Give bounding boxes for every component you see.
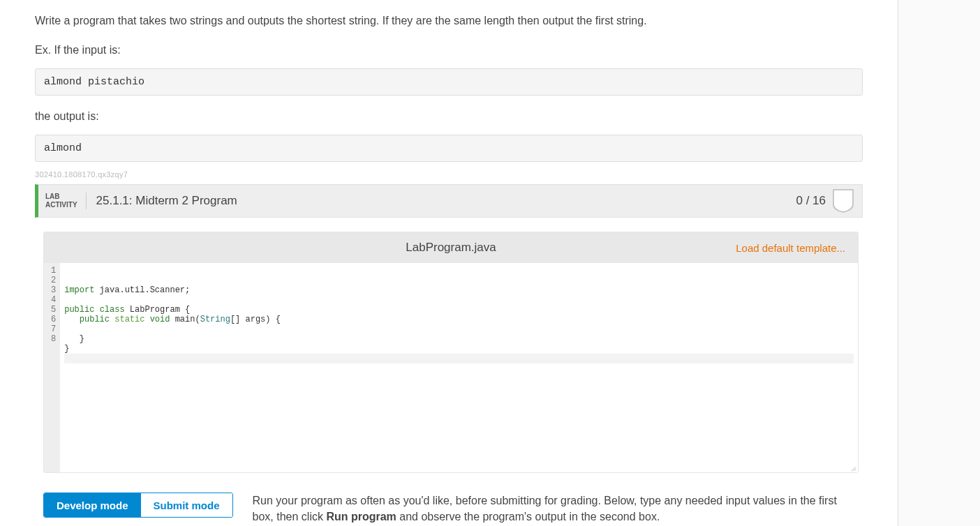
- problem-description: Write a program that takes two strings a…: [35, 13, 863, 29]
- mode-toggle: Develop mode Submit mode: [43, 493, 233, 518]
- example-output-box: almond: [35, 135, 863, 162]
- line-gutter: 12345678: [44, 263, 60, 472]
- develop-mode-button[interactable]: Develop mode: [44, 493, 141, 517]
- mode-row: Develop mode Submit mode Run your progra…: [35, 493, 863, 525]
- output-label: the output is:: [35, 108, 863, 125]
- load-default-template-link[interactable]: Load default template...: [736, 242, 845, 254]
- mode-description: Run your program as often as you'd like,…: [253, 493, 854, 525]
- editor-header: LabProgram.java Load default template...: [44, 232, 858, 263]
- resize-handle-icon[interactable]: [848, 463, 856, 471]
- example-intro: Ex. If the input is:: [35, 42, 863, 59]
- lab-score: 0 / 16: [796, 194, 833, 208]
- code-editor: LabProgram.java Load default template...…: [43, 232, 859, 473]
- lab-type-label: LAB ACTIVITY: [45, 193, 87, 209]
- submit-mode-button[interactable]: Submit mode: [141, 493, 232, 517]
- editor-body[interactable]: 12345678 import java.util.Scanner;public…: [44, 263, 858, 472]
- code-area[interactable]: import java.util.Scanner;public class La…: [60, 263, 858, 472]
- filename-label: LabProgram.java: [406, 241, 496, 255]
- shield-icon: [833, 189, 854, 213]
- side-column: [898, 0, 980, 526]
- lab-title: 25.1.1: Midterm 2 Program: [87, 194, 796, 208]
- example-input-box: almond pistachio: [35, 68, 863, 96]
- lab-header: LAB ACTIVITY 25.1.1: Midterm 2 Program 0…: [35, 184, 863, 218]
- tracking-id: 302410.1808170.qx3zqy7: [35, 170, 863, 179]
